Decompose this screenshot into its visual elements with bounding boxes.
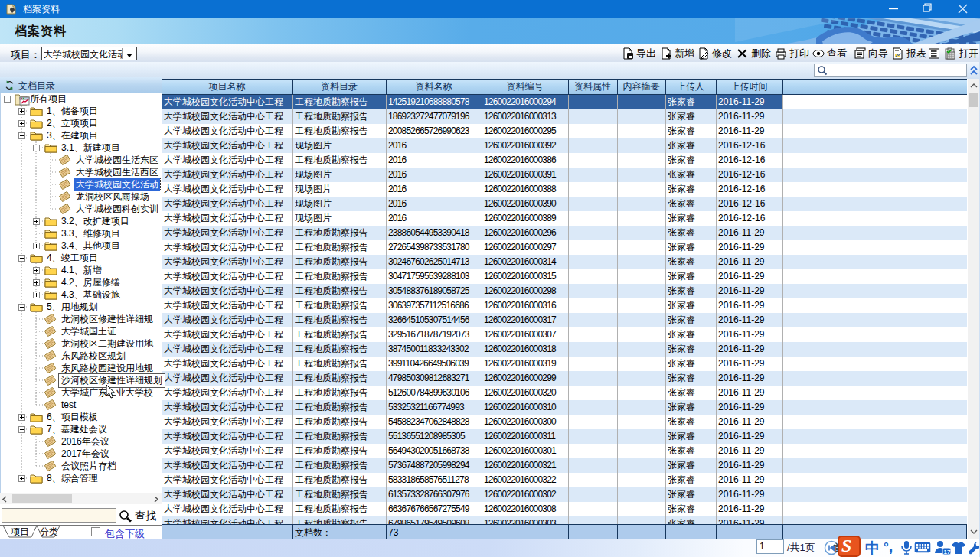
svg-text:分类: 分类 (40, 526, 58, 537)
svg-text:17: 17 (944, 549, 951, 555)
svg-text:项目: 项目 (11, 526, 29, 537)
